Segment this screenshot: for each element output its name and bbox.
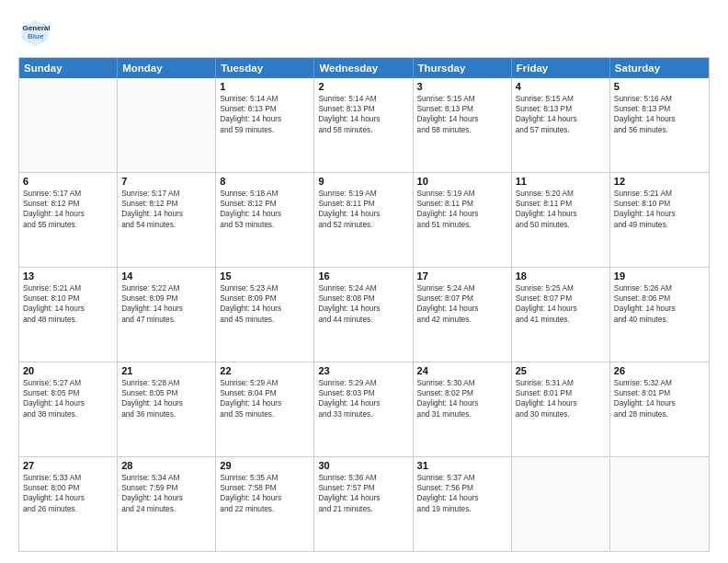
- cell-info-line: Sunrise: 5:21 AM: [23, 283, 113, 293]
- cell-info-line: Sunset: 8:10 PM: [614, 199, 705, 209]
- cell-info-line: Sunset: 8:08 PM: [318, 293, 408, 304]
- day-number: 4: [516, 81, 606, 92]
- calendar-week: 6Sunrise: 5:17 AMSunset: 8:12 PMDaylight…: [19, 173, 709, 268]
- calendar-cell: 22Sunrise: 5:29 AMSunset: 8:04 PMDayligh…: [216, 362, 314, 456]
- day-number: 27: [23, 460, 113, 471]
- weekday-header: Monday: [118, 58, 216, 78]
- cell-info-line: Daylight: 14 hours: [318, 493, 408, 503]
- calendar-cell: 19Sunrise: 5:26 AMSunset: 8:06 PMDayligh…: [610, 268, 709, 362]
- cell-info-line: Daylight: 14 hours: [318, 304, 408, 314]
- cell-info-line: Sunset: 8:09 PM: [121, 293, 211, 304]
- cell-info-line: and 51 minutes.: [417, 220, 507, 230]
- cell-info-line: Daylight: 14 hours: [121, 398, 211, 408]
- cell-info-line: Sunrise: 5:16 AM: [614, 94, 705, 104]
- cell-info-line: Daylight: 14 hours: [614, 114, 705, 124]
- svg-text:Blue: Blue: [28, 32, 44, 40]
- day-number: 31: [417, 460, 507, 471]
- calendar-cell: 1Sunrise: 5:14 AMSunset: 8:13 PMDaylight…: [216, 78, 314, 172]
- cell-info-line: and 58 minutes.: [318, 125, 408, 135]
- calendar-cell: 18Sunrise: 5:25 AMSunset: 8:07 PMDayligh…: [512, 268, 610, 362]
- cell-info-line: Daylight: 14 hours: [417, 209, 507, 219]
- calendar-cell: [512, 457, 610, 551]
- cell-info-line: and 49 minutes.: [614, 220, 705, 230]
- calendar-cell: 7Sunrise: 5:17 AMSunset: 8:12 PMDaylight…: [118, 173, 216, 267]
- cell-info-line: Sunrise: 5:17 AM: [23, 189, 113, 199]
- cell-info-line: Sunrise: 5:28 AM: [121, 378, 211, 388]
- calendar-cell: 27Sunrise: 5:33 AMSunset: 8:00 PMDayligh…: [19, 457, 118, 551]
- cell-info-line: and 19 minutes.: [417, 504, 507, 514]
- cell-info-line: Sunset: 8:01 PM: [614, 388, 705, 398]
- cell-info-line: Daylight: 14 hours: [220, 114, 310, 124]
- cell-info-line: Sunrise: 5:21 AM: [614, 189, 705, 199]
- cell-info-line: and 35 minutes.: [220, 409, 310, 419]
- cell-info-line: Sunset: 8:13 PM: [516, 104, 606, 114]
- cell-info-line: Sunrise: 5:37 AM: [417, 473, 507, 483]
- weekday-header: Thursday: [414, 58, 512, 78]
- calendar-cell: [19, 78, 118, 172]
- day-number: 17: [417, 270, 507, 282]
- day-number: 8: [220, 176, 310, 187]
- cell-info-line: Sunrise: 5:19 AM: [318, 189, 408, 199]
- day-number: 6: [23, 176, 113, 187]
- cell-info-line: Daylight: 14 hours: [417, 398, 507, 408]
- cell-info-line: and 48 minutes.: [23, 315, 113, 325]
- cell-info-line: Sunrise: 5:14 AM: [318, 94, 408, 104]
- day-number: 10: [417, 176, 507, 187]
- cell-info-line: Daylight: 14 hours: [121, 493, 211, 503]
- cell-info-line: Sunrise: 5:33 AM: [23, 473, 113, 483]
- day-number: 13: [23, 270, 113, 282]
- day-number: 21: [121, 365, 211, 376]
- day-number: 11: [516, 176, 606, 187]
- calendar-cell: [610, 457, 709, 551]
- calendar-cell: 8Sunrise: 5:18 AMSunset: 8:12 PMDaylight…: [216, 173, 314, 267]
- calendar-cell: 29Sunrise: 5:35 AMSunset: 7:58 PMDayligh…: [216, 457, 314, 551]
- calendar-cell: [118, 78, 216, 172]
- day-number: 7: [121, 176, 211, 187]
- cell-info-line: Sunset: 8:11 PM: [516, 199, 606, 209]
- cell-info-line: Daylight: 14 hours: [516, 114, 606, 124]
- cell-info-line: Sunrise: 5:30 AM: [417, 378, 507, 388]
- cell-info-line: Daylight: 14 hours: [220, 304, 310, 314]
- cell-info-line: Daylight: 14 hours: [516, 304, 606, 314]
- day-number: 5: [614, 81, 705, 92]
- calendar-cell: 11Sunrise: 5:20 AMSunset: 8:11 PMDayligh…: [512, 173, 610, 267]
- cell-info-line: Sunset: 8:10 PM: [23, 293, 113, 304]
- cell-info-line: Daylight: 14 hours: [220, 398, 310, 408]
- cell-info-line: Sunset: 7:58 PM: [220, 483, 310, 493]
- calendar-header: SundayMondayTuesdayWednesdayThursdayFrid…: [19, 58, 709, 78]
- cell-info-line: Sunrise: 5:35 AM: [220, 473, 310, 483]
- weekday-header: Friday: [512, 58, 610, 78]
- calendar-cell: 4Sunrise: 5:15 AMSunset: 8:13 PMDaylight…: [512, 78, 610, 172]
- cell-info-line: and 41 minutes.: [516, 315, 606, 325]
- cell-info-line: Daylight: 14 hours: [516, 209, 606, 219]
- page: General Blue SundayMondayTuesdayWednesda…: [0, 0, 728, 563]
- calendar-cell: 15Sunrise: 5:23 AMSunset: 8:09 PMDayligh…: [216, 268, 314, 362]
- day-number: 14: [121, 270, 211, 282]
- cell-info-line: Sunrise: 5:36 AM: [318, 473, 408, 483]
- cell-info-line: and 47 minutes.: [121, 315, 211, 325]
- calendar-cell: 21Sunrise: 5:28 AMSunset: 8:05 PMDayligh…: [118, 362, 216, 456]
- cell-info-line: and 56 minutes.: [614, 125, 705, 135]
- cell-info-line: Sunset: 8:13 PM: [614, 104, 705, 114]
- cell-info-line: Daylight: 14 hours: [417, 493, 507, 503]
- calendar-cell: 10Sunrise: 5:19 AMSunset: 8:11 PMDayligh…: [414, 173, 512, 267]
- day-number: 24: [417, 365, 507, 376]
- cell-info-line: Sunset: 8:12 PM: [23, 199, 113, 209]
- calendar-week: 13Sunrise: 5:21 AMSunset: 8:10 PMDayligh…: [19, 268, 709, 362]
- cell-info-line: Daylight: 14 hours: [614, 209, 705, 219]
- cell-info-line: Sunrise: 5:15 AM: [417, 94, 507, 104]
- cell-info-line: and 52 minutes.: [318, 220, 408, 230]
- cell-info-line: Sunset: 8:01 PM: [516, 388, 606, 398]
- cell-info-line: Sunset: 8:13 PM: [220, 104, 310, 114]
- cell-info-line: and 53 minutes.: [220, 220, 310, 230]
- calendar-cell: 13Sunrise: 5:21 AMSunset: 8:10 PMDayligh…: [19, 268, 118, 362]
- calendar-cell: 31Sunrise: 5:37 AMSunset: 7:56 PMDayligh…: [414, 457, 512, 551]
- calendar-week: 1Sunrise: 5:14 AMSunset: 8:13 PMDaylight…: [19, 78, 709, 173]
- cell-info-line: Sunset: 8:05 PM: [121, 388, 211, 398]
- cell-info-line: Sunrise: 5:25 AM: [516, 283, 606, 293]
- cell-info-line: and 21 minutes.: [318, 504, 408, 514]
- header: General Blue: [18, 17, 710, 50]
- cell-info-line: Daylight: 14 hours: [23, 493, 113, 503]
- calendar-cell: 16Sunrise: 5:24 AMSunset: 8:08 PMDayligh…: [314, 268, 413, 362]
- cell-info-line: Daylight: 14 hours: [318, 398, 408, 408]
